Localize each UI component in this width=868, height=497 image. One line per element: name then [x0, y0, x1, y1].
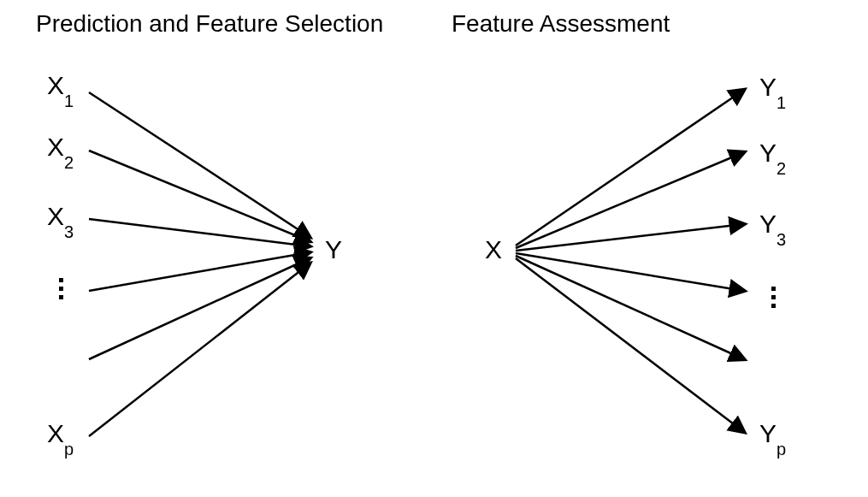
y-ellipsis-icon [771, 287, 776, 308]
xp-label: Xp [47, 419, 74, 453]
y-target-label: Y [325, 235, 342, 264]
x1-label: X1 [47, 71, 74, 104]
y3-label: Y3 [759, 210, 786, 243]
svg-line-3 [89, 219, 310, 246]
svg-line-6 [89, 263, 310, 436]
x-source-label: X [485, 235, 502, 264]
x3-label: X3 [47, 202, 74, 235]
y1-label: Y1 [759, 73, 786, 106]
svg-line-5 [89, 258, 310, 359]
x-ellipsis-icon [59, 278, 63, 299]
x2-label: X2 [47, 133, 74, 166]
svg-line-4 [89, 252, 310, 291]
y2-label: Y2 [759, 139, 786, 172]
diagram-arrows [0, 0, 868, 497]
svg-line-9 [516, 224, 744, 251]
yp-label: Yp [759, 419, 786, 453]
